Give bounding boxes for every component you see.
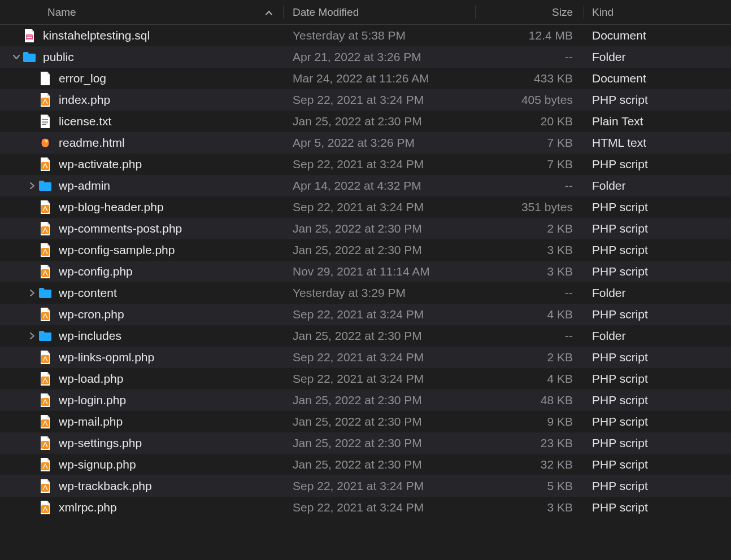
file-size: 5 KB <box>476 479 573 493</box>
file-name: wp-content <box>59 286 117 300</box>
folder-file-icon <box>38 179 52 193</box>
file-size: 23 KB <box>476 436 573 450</box>
file-date: Yesterday at 3:29 PM <box>293 286 406 299</box>
file-name: index.php <box>59 93 110 107</box>
file-kind: PHP script <box>592 200 648 213</box>
column-header-size[interactable]: Size <box>476 0 584 24</box>
folder-file-icon <box>23 50 36 64</box>
svg-rect-7 <box>42 123 48 123</box>
column-header-label: Date Modified <box>293 6 359 19</box>
table-row[interactable]: error_logMar 24, 2022 at 11:26 AM433 KBD… <box>0 68 731 89</box>
file-name: wp-config-sample.php <box>59 243 175 257</box>
file-date: Sep 22, 2021 at 3:24 PM <box>293 501 424 514</box>
file-name: wp-blog-header.php <box>59 200 164 214</box>
php-file-icon <box>38 501 52 514</box>
table-row[interactable]: wp-links-opml.phpSep 22, 2021 at 3:24 PM… <box>0 347 731 368</box>
svg-rect-1 <box>27 36 32 36</box>
file-size: 3 KB <box>476 243 573 257</box>
file-date: Jan 25, 2022 at 2:30 PM <box>293 115 422 128</box>
php-file-icon <box>38 393 52 407</box>
table-row[interactable]: wp-blog-header.phpSep 22, 2021 at 3:24 P… <box>0 196 731 218</box>
disclosure-closed-icon[interactable] <box>26 182 38 189</box>
svg-rect-3 <box>27 39 32 40</box>
file-size: 4 KB <box>476 308 573 321</box>
file-kind: PHP script <box>592 351 648 364</box>
table-row[interactable]: wp-mail.phpJan 25, 2022 at 2:30 PM9 KBPH… <box>0 411 731 432</box>
file-date: Sep 22, 2021 at 3:24 PM <box>293 308 424 321</box>
file-size: 7 KB <box>476 136 573 150</box>
file-date: Nov 29, 2021 at 11:14 AM <box>293 265 430 278</box>
file-kind: PHP script <box>592 501 648 514</box>
file-kind: PHP script <box>592 222 648 235</box>
file-kind: PHP script <box>592 265 648 278</box>
column-header-date[interactable]: Date Modified <box>284 0 476 24</box>
column-header-name[interactable]: Name <box>0 0 284 24</box>
file-size: -- <box>476 329 573 343</box>
file-date: Jan 25, 2022 at 2:30 PM <box>293 415 422 428</box>
php-file-icon <box>38 243 52 257</box>
file-kind: PHP script <box>592 93 648 106</box>
table-row[interactable]: license.txtJan 25, 2022 at 2:30 PM20 KBP… <box>0 111 731 132</box>
file-date: Sep 22, 2021 at 3:24 PM <box>293 372 424 385</box>
file-date: Sep 22, 2021 at 3:24 PM <box>293 200 424 213</box>
file-size: -- <box>476 286 573 300</box>
table-row[interactable]: xmlrpc.phpSep 22, 2021 at 3:24 PM3 KBPHP… <box>0 497 731 518</box>
table-row[interactable]: wp-includesJan 25, 2022 at 2:30 PM--Fold… <box>0 325 731 347</box>
php-file-icon <box>38 351 52 364</box>
column-header-label: Name <box>47 6 76 19</box>
folder-file-icon <box>38 329 52 343</box>
disclosure-closed-icon[interactable] <box>26 333 38 339</box>
table-row[interactable]: wp-contentYesterday at 3:29 PM--Folder <box>0 282 731 304</box>
file-date: Jan 25, 2022 at 2:30 PM <box>293 458 422 471</box>
php-file-icon <box>38 308 52 321</box>
php-file-icon <box>38 436 52 450</box>
table-row[interactable]: kinstahelptesting.sqlYesterday at 5:38 P… <box>0 25 731 46</box>
file-size: -- <box>476 179 573 193</box>
table-row[interactable]: wp-cron.phpSep 22, 2021 at 3:24 PM4 KBPH… <box>0 304 731 325</box>
file-kind: Plain Text <box>592 115 643 128</box>
file-rows-container: kinstahelptesting.sqlYesterday at 5:38 P… <box>0 25 731 518</box>
table-row[interactable]: wp-signup.phpJan 25, 2022 at 2:30 PM32 K… <box>0 454 731 475</box>
table-row[interactable]: readme.htmlApr 5, 2022 at 3:26 PM7 KBHTM… <box>0 132 731 154</box>
file-size: 4 KB <box>476 372 573 386</box>
file-date: Jan 25, 2022 at 2:30 PM <box>293 243 422 256</box>
disclosure-closed-icon[interactable] <box>26 290 38 296</box>
folder-file-icon <box>38 286 52 300</box>
html-file-icon <box>38 136 52 150</box>
file-name: wp-mail.php <box>59 415 123 428</box>
table-row[interactable]: wp-settings.phpJan 25, 2022 at 2:30 PM23… <box>0 432 731 454</box>
table-row[interactable]: wp-login.phpJan 25, 2022 at 2:30 PM48 KB… <box>0 390 731 411</box>
file-size: 7 KB <box>476 158 573 171</box>
file-name: wp-login.php <box>59 393 126 407</box>
file-size: -- <box>476 50 573 64</box>
disclosure-open-icon[interactable] <box>10 54 23 60</box>
file-date: Jan 25, 2022 at 2:30 PM <box>293 393 422 406</box>
file-date: Sep 22, 2021 at 3:24 PM <box>293 351 424 364</box>
file-kind: Folder <box>592 50 626 63</box>
file-kind: PHP script <box>592 372 648 385</box>
file-size: 2 KB <box>476 222 573 235</box>
file-date: Sep 22, 2021 at 3:24 PM <box>293 158 424 170</box>
svg-rect-8 <box>42 124 46 125</box>
table-row[interactable]: wp-activate.phpSep 22, 2021 at 3:24 PM7 … <box>0 154 731 175</box>
file-name: wp-links-opml.php <box>59 351 154 364</box>
file-name: wp-config.php <box>59 265 133 278</box>
file-name: error_log <box>59 72 106 85</box>
column-header-kind[interactable]: Kind <box>584 0 731 24</box>
table-row[interactable]: wp-load.phpSep 22, 2021 at 3:24 PM4 KBPH… <box>0 368 731 390</box>
table-row[interactable]: publicApr 21, 2022 at 3:26 PM--Folder <box>0 46 731 68</box>
file-kind: HTML text <box>592 136 646 149</box>
file-date: Jan 25, 2022 at 2:30 PM <box>293 329 422 342</box>
file-size: 20 KB <box>476 115 573 128</box>
file-name: wp-includes <box>59 329 121 343</box>
table-row[interactable]: index.phpSep 22, 2021 at 3:24 PM405 byte… <box>0 89 731 111</box>
table-row[interactable]: wp-config.phpNov 29, 2021 at 11:14 AM3 K… <box>0 261 731 282</box>
table-row[interactable]: wp-config-sample.phpJan 25, 2022 at 2:30… <box>0 239 731 261</box>
table-row[interactable]: wp-comments-post.phpJan 25, 2022 at 2:30… <box>0 218 731 239</box>
file-kind: PHP script <box>592 393 648 406</box>
file-kind: Document <box>592 72 646 85</box>
table-row[interactable]: wp-trackback.phpSep 22, 2021 at 3:24 PM5… <box>0 475 731 497</box>
doc-file-icon <box>38 72 52 85</box>
file-name: wp-signup.php <box>59 458 136 471</box>
table-row[interactable]: wp-adminApr 14, 2022 at 4:32 PM--Folder <box>0 175 731 196</box>
